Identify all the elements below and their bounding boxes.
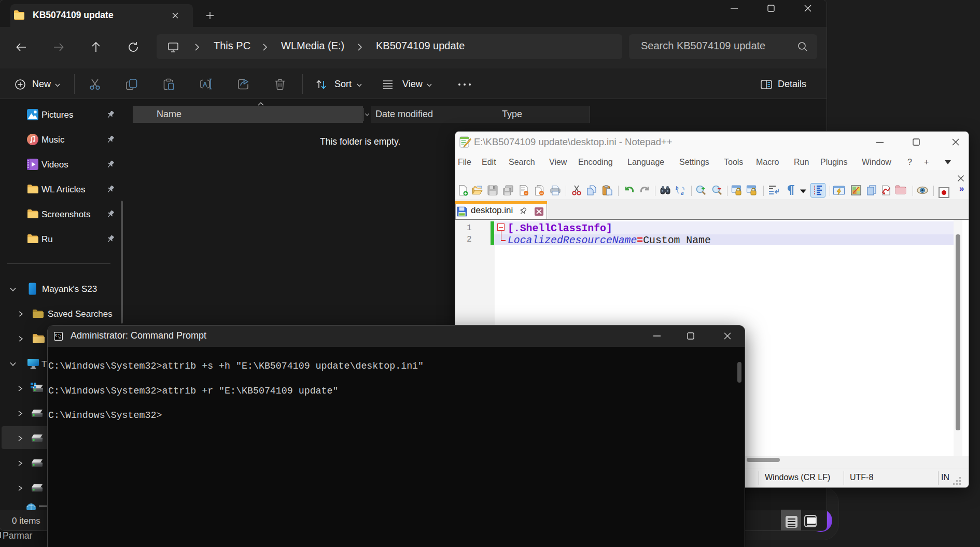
svg-text:a: a xyxy=(681,190,684,196)
svg-text:C:\: C:\ xyxy=(55,334,62,338)
svg-text:b: b xyxy=(676,185,679,191)
svg-text:A: A xyxy=(203,81,207,88)
